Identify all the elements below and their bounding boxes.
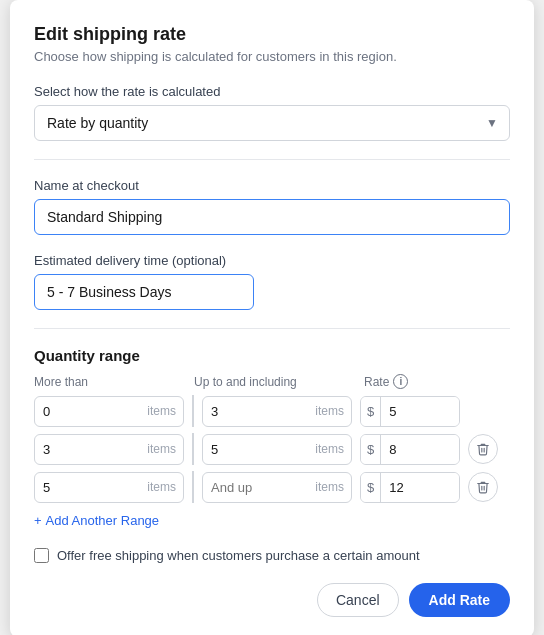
up-to-field-3: items: [202, 472, 352, 503]
free-shipping-checkbox[interactable]: [34, 548, 49, 563]
rate-input-1[interactable]: [381, 397, 459, 426]
quantity-range-title: Quantity range: [34, 347, 510, 364]
free-shipping-row: Offer free shipping when customers purch…: [34, 548, 510, 563]
rate-calc-select[interactable]: Rate by quantity Rate by price Rate by w…: [34, 105, 510, 141]
free-shipping-label: Offer free shipping when customers purch…: [57, 548, 420, 563]
cancel-button[interactable]: Cancel: [317, 583, 399, 617]
name-checkout-label: Name at checkout: [34, 178, 510, 193]
add-range-label: Add Another Range: [46, 513, 159, 528]
up-to-input-1[interactable]: [202, 396, 352, 427]
delivery-time-input[interactable]: [34, 274, 254, 310]
trash-icon: [476, 442, 490, 456]
dollar-prefix-3: $: [361, 473, 381, 502]
rate-calc-select-wrapper: Rate by quantity Rate by price Rate by w…: [34, 105, 510, 141]
rate-input-3[interactable]: [381, 473, 459, 502]
modal-title: Edit shipping rate: [34, 24, 510, 45]
dollar-prefix-1: $: [361, 397, 381, 426]
up-to-field-1: items: [202, 396, 352, 427]
delete-row-3-button[interactable]: [468, 472, 498, 502]
delivery-time-label: Estimated delivery time (optional): [34, 253, 510, 268]
add-another-range-button[interactable]: + Add Another Range: [34, 509, 159, 532]
rate-calc-label: Select how the rate is calculated: [34, 84, 510, 99]
divider-2: [34, 328, 510, 329]
edit-shipping-modal: Edit shipping rate Choose how shipping i…: [10, 0, 534, 635]
rate-field-2: $: [360, 434, 460, 465]
more-than-input-2[interactable]: [34, 434, 184, 465]
modal-subtitle: Choose how shipping is calculated for cu…: [34, 49, 510, 64]
delete-row-2-button[interactable]: [468, 434, 498, 464]
modal-footer: Cancel Add Rate: [34, 583, 510, 617]
up-to-input-3[interactable]: [202, 472, 352, 503]
more-than-field-3: items: [34, 472, 184, 503]
more-than-field-2: items: [34, 434, 184, 465]
name-checkout-input[interactable]: [34, 199, 510, 235]
col-rate-header: Rate i: [364, 374, 510, 389]
col-more-than-header: More than: [34, 375, 194, 389]
col-separator-3: [192, 471, 194, 503]
col-separator-1: [192, 395, 194, 427]
up-to-field-2: items: [202, 434, 352, 465]
rate-input-wrapper-2: $: [360, 434, 460, 465]
col-up-to-header: Up to and including: [194, 375, 364, 389]
trash-icon: [476, 480, 490, 494]
col-separator-2: [192, 433, 194, 465]
rate-input-2[interactable]: [381, 435, 459, 464]
up-to-input-2[interactable]: [202, 434, 352, 465]
divider-1: [34, 159, 510, 160]
table-row: items items $: [34, 433, 510, 465]
range-header: More than Up to and including Rate i: [34, 374, 510, 389]
dollar-prefix-2: $: [361, 435, 381, 464]
rate-input-wrapper-3: $: [360, 472, 460, 503]
rate-field-3: $: [360, 472, 460, 503]
more-than-input-1[interactable]: [34, 396, 184, 427]
add-rate-button[interactable]: Add Rate: [409, 583, 510, 617]
table-row: items items $: [34, 471, 510, 503]
more-than-field-1: items: [34, 396, 184, 427]
table-row: items items $: [34, 395, 510, 427]
rate-input-wrapper-1: $: [360, 396, 460, 427]
more-than-input-3[interactable]: [34, 472, 184, 503]
rate-field-1: $: [360, 396, 460, 427]
rate-info-icon[interactable]: i: [393, 374, 408, 389]
plus-icon: +: [34, 513, 42, 528]
